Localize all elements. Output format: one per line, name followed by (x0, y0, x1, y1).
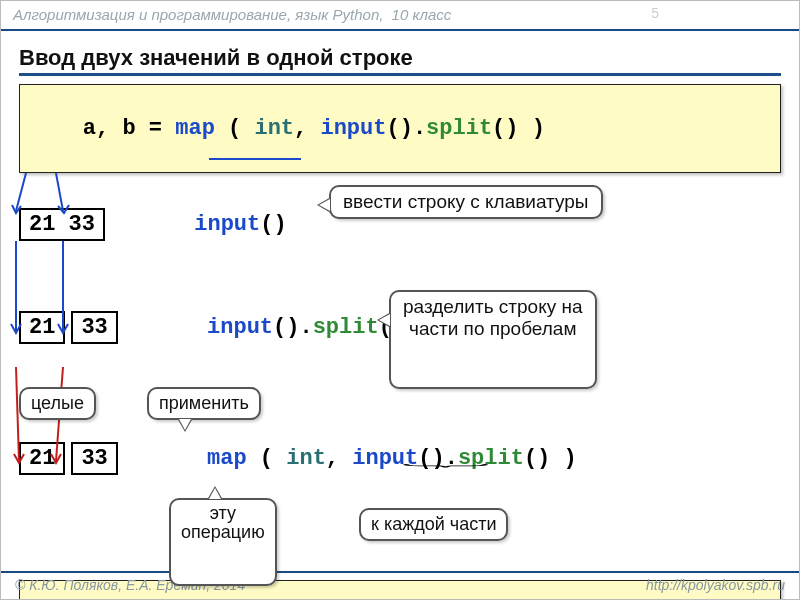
note-apply: применить (147, 387, 261, 420)
page-number: 5 (651, 5, 659, 21)
course-name: Алгоритмизация и программирование, язык (13, 6, 328, 23)
slide-header: Алгоритмизация и программирование, язык … (1, 1, 799, 27)
raw-input-chip: 21 33 (19, 208, 105, 241)
step2-code: input().split() (128, 290, 405, 365)
step1-row: 21 33 input() ввести строку с клавиатуры (19, 187, 781, 262)
step3-row: 21 33 map ( int, input().split() ) ⏟ (19, 421, 781, 496)
slide-title: Ввод двух значений в одной строке (19, 39, 781, 73)
note-operation: эту операцию (169, 498, 277, 586)
note-integers: целые (19, 387, 96, 420)
code-box-main: a, b = map ( int, input().split() ) (19, 84, 781, 173)
language-name: Python (333, 6, 380, 23)
int-chip-1: 21 (19, 442, 65, 475)
slide-content: Ввод двух значений в одной строке a, b =… (1, 31, 799, 600)
step1-code: input() (115, 187, 287, 262)
step2-row: 21 33 input().split() разделить строку н… (19, 290, 781, 365)
slide-footer: © К.Ю. Поляков, Е.А. Ерёмин, 2014 http:/… (1, 571, 799, 593)
brace-icon: ⏟ (403, 449, 488, 468)
callout-split: разделить строку на части по пробелам (389, 290, 597, 389)
split-chip-1: 21 (19, 311, 65, 344)
step3-code: map ( int, input().split() ) (128, 421, 577, 496)
site-link: http://kpolyakov.spb.ru (646, 577, 785, 593)
callout-input: ввести строку с клавиатуры (329, 185, 603, 219)
grade-level: 10 класс (392, 6, 452, 23)
int-chip-2: 33 (71, 442, 117, 475)
split-chip-2: 33 (71, 311, 117, 344)
note-each-part: к каждой части (359, 508, 508, 541)
